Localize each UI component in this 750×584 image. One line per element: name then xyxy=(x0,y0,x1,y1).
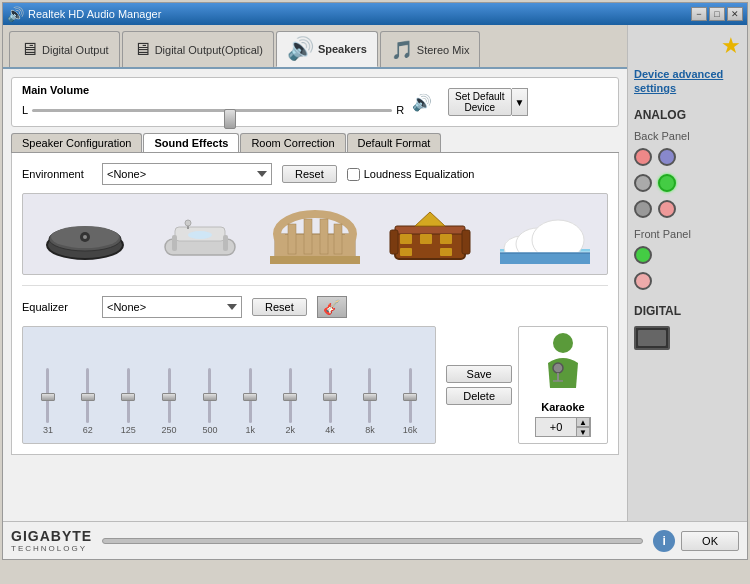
jack-green-front[interactable] xyxy=(634,246,652,264)
environment-reset-button[interactable]: Reset xyxy=(282,165,337,183)
bottom-bar: GIGABYTE TECHNOLOGY i OK xyxy=(3,521,747,559)
minimize-button[interactable]: − xyxy=(691,7,707,21)
karaoke-up-button[interactable]: ▲ xyxy=(576,417,590,427)
right-panel: ★ Device advanced settings ANALOG Back P… xyxy=(627,25,747,521)
device-advanced-link[interactable]: Device advanced settings xyxy=(634,67,741,96)
svg-marker-30 xyxy=(415,212,445,226)
info-button[interactable]: i xyxy=(653,530,675,552)
freq-125-label: 125 xyxy=(121,425,136,435)
front-panel-label: Front Panel xyxy=(634,228,741,240)
equalizer-area: 31 62 xyxy=(22,326,608,444)
svg-rect-8 xyxy=(223,235,228,251)
scene-egypt[interactable] xyxy=(381,200,479,268)
svg-rect-25 xyxy=(400,234,412,244)
slider-8k: 8k xyxy=(363,368,377,435)
karaoke-label: Karaoke xyxy=(541,401,584,413)
scene-bath[interactable] xyxy=(151,200,249,268)
jack-pink-back[interactable] xyxy=(634,148,652,166)
tab-speakers[interactable]: 🔊 Speakers xyxy=(276,31,378,67)
guitar-button[interactable]: 🎸 xyxy=(317,296,347,318)
main-volume-slider[interactable] xyxy=(32,100,392,120)
window-controls[interactable]: − □ ✕ xyxy=(691,7,743,21)
equalizer-reset-button[interactable]: Reset xyxy=(252,298,307,316)
svg-point-4 xyxy=(83,235,87,239)
volume-lr: L R xyxy=(22,100,404,120)
main-content: Main Volume L R xyxy=(3,69,627,521)
svg-point-38 xyxy=(553,333,573,353)
freq-31-label: 31 xyxy=(43,425,53,435)
svg-rect-16 xyxy=(288,224,296,254)
delete-button[interactable]: Delete xyxy=(446,387,512,405)
svg-point-39 xyxy=(553,363,563,373)
tab-digital-output[interactable]: 🖥 Digital Output xyxy=(9,31,120,67)
jack-pink2-back[interactable] xyxy=(658,200,676,218)
freq-1k-label: 1k xyxy=(246,425,256,435)
slider-1k-control[interactable] xyxy=(243,368,257,423)
slider-2k-control[interactable] xyxy=(283,368,297,423)
svg-point-11 xyxy=(188,231,212,239)
front-panel-row1 xyxy=(634,246,741,264)
gigabyte-brand: GIGABYTE xyxy=(11,528,92,544)
tab-digital-output-optical[interactable]: 🖥 Digital Output(Optical) xyxy=(122,31,274,67)
svg-rect-22 xyxy=(395,226,465,234)
jack-grey-back[interactable] xyxy=(634,174,652,192)
tab-stereo-mix[interactable]: 🎵 Stereo Mix xyxy=(380,31,481,67)
digital-port[interactable] xyxy=(634,326,670,350)
progress-bar xyxy=(102,538,643,544)
ok-button[interactable]: OK xyxy=(681,531,739,551)
app-icon: 🔊 xyxy=(7,6,24,22)
equalizer-row: Equalizer <None> Bass Treble Reset 🎸 xyxy=(22,296,608,318)
freq-62-label: 62 xyxy=(83,425,93,435)
set-default-dropdown[interactable]: ▼ xyxy=(512,88,529,116)
svg-rect-18 xyxy=(320,219,328,254)
environment-row: Environment <None> Room Bathroom Concert… xyxy=(22,163,608,185)
sub-tab-room-correction[interactable]: Room Correction xyxy=(240,133,345,152)
sub-tab-speaker-config[interactable]: Speaker Configuration xyxy=(11,133,142,152)
analog-label: ANALOG xyxy=(634,108,741,122)
karaoke-icon xyxy=(538,333,588,397)
loudness-checkbox[interactable] xyxy=(347,168,360,181)
slider-250hz-control[interactable] xyxy=(162,368,176,423)
set-default-button[interactable]: Set Default Device xyxy=(448,88,511,116)
jack-grey2-back[interactable] xyxy=(634,200,652,218)
jack-pink3-front[interactable] xyxy=(634,272,652,290)
environment-select[interactable]: <None> Room Bathroom Concert Hall xyxy=(102,163,272,185)
volume-icon[interactable]: 🔊 xyxy=(412,93,432,112)
slider-62hz: 62 xyxy=(81,368,95,435)
app-title: Realtek HD Audio Manager xyxy=(28,8,161,20)
volume-right-label: R xyxy=(396,104,404,116)
sub-tab-sound-effects[interactable]: Sound Effects xyxy=(143,133,239,152)
slider-250hz: 250 xyxy=(162,368,177,435)
save-button[interactable]: Save xyxy=(446,365,512,383)
svg-rect-19 xyxy=(334,224,342,254)
svg-rect-29 xyxy=(440,248,452,256)
volume-section: Main Volume L R xyxy=(11,77,619,127)
karaoke-down-button[interactable]: ▼ xyxy=(576,427,590,437)
sub-tabs: Speaker Configuration Sound Effects Room… xyxy=(11,133,619,153)
equalizer-select[interactable]: <None> Bass Treble xyxy=(102,296,242,318)
slider-8k-control[interactable] xyxy=(363,368,377,423)
slider-500hz-control[interactable] xyxy=(203,368,217,423)
jack-green-back[interactable] xyxy=(658,174,676,192)
slider-16k: 16k xyxy=(403,368,418,435)
close-button[interactable]: ✕ xyxy=(727,7,743,21)
scene-ruins-image xyxy=(270,204,360,264)
slider-31hz-control[interactable] xyxy=(41,368,55,423)
slider-16k-control[interactable] xyxy=(403,368,417,423)
tab-speakers-label: Speakers xyxy=(318,43,367,55)
svg-rect-26 xyxy=(420,234,432,244)
jack-blue-back[interactable] xyxy=(658,148,676,166)
sub-tab-default-format[interactable]: Default Format xyxy=(347,133,442,152)
inner-panel: Environment <None> Room Bathroom Concert… xyxy=(11,153,619,455)
scene-stone-image xyxy=(40,204,130,264)
scene-opera[interactable] xyxy=(496,200,594,268)
slider-62hz-control[interactable] xyxy=(81,368,95,423)
scene-stone[interactable] xyxy=(36,200,134,268)
back-panel-row1 xyxy=(634,148,741,166)
scene-egypt-image xyxy=(385,204,475,264)
slider-4k-control[interactable] xyxy=(323,368,337,423)
maximize-button[interactable]: □ xyxy=(709,7,725,21)
svg-rect-36 xyxy=(500,254,590,264)
scene-ruins[interactable] xyxy=(266,200,364,268)
slider-125hz-control[interactable] xyxy=(121,368,135,423)
